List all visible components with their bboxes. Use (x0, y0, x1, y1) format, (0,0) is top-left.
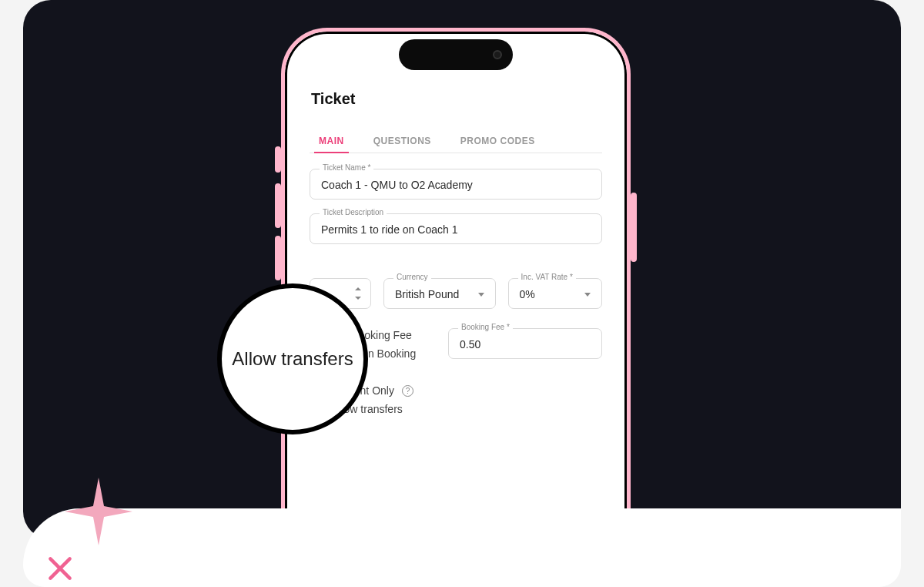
ticket-name-value: Coach 1 - QMU to O2 Academy (321, 179, 591, 191)
chevron-down-icon (584, 293, 591, 297)
ticket-name-label: Ticket Name * (320, 163, 373, 172)
currency-label: Currency (393, 273, 431, 281)
phone-mockup: Ticket MAIN QUESTIONS PROMO CODES Ticket… (281, 28, 631, 559)
tabs: MAIN QUESTIONS PROMO CODES (310, 129, 602, 153)
phone-side-button-power (631, 193, 637, 262)
phone-side-button-volume-down (275, 236, 281, 280)
booking-fee-label: Booking Fee * (458, 323, 513, 331)
stage: Ticket MAIN QUESTIONS PROMO CODES Ticket… (0, 0, 924, 587)
booking-fee-field[interactable]: Booking Fee * 0.50 (448, 328, 602, 359)
dynamic-island (399, 39, 513, 70)
ticket-description-value: Permits 1 to ride on Coach 1 (321, 223, 591, 236)
currency-value: British Pound (395, 288, 459, 300)
booking-fee-value: 0.50 (460, 338, 591, 351)
tab-questions[interactable]: QUESTIONS (370, 129, 434, 153)
tab-main[interactable]: MAIN (316, 129, 347, 153)
front-camera-icon (493, 50, 502, 59)
vat-rate-label: Inc. VAT Rate * (518, 273, 576, 281)
phone-side-button-silence (275, 146, 281, 173)
vat-rate-value: 0% (520, 288, 535, 300)
vat-rate-select[interactable]: Inc. VAT Rate * 0% (508, 278, 602, 309)
help-icon[interactable]: ? (402, 385, 413, 397)
ticket-name-field[interactable]: Ticket Name * Coach 1 - QMU to O2 Academ… (310, 169, 602, 200)
magnifier-text: Allow transfers (232, 348, 353, 370)
stepper-icon (355, 287, 363, 300)
chevron-down-icon (478, 293, 484, 297)
checkbox-allow-transfers[interactable]: Allow transfers (313, 403, 602, 415)
tab-promo-codes[interactable]: PROMO CODES (457, 129, 538, 153)
phone-side-button-volume-up (275, 183, 281, 228)
phone-notch-area (285, 32, 627, 76)
white-bottom-bar (23, 508, 901, 587)
ticket-description-field[interactable]: Ticket Description Permits 1 to ride on … (310, 213, 602, 244)
page-title: Ticket (311, 90, 602, 108)
currency-vat-row: Currency British Pound Inc. VAT Rate * 0… (310, 278, 602, 309)
magnifier-callout: Allow transfers (217, 283, 368, 434)
ticket-description-label: Ticket Description (320, 208, 387, 216)
currency-select[interactable]: Currency British Pound (383, 278, 496, 309)
